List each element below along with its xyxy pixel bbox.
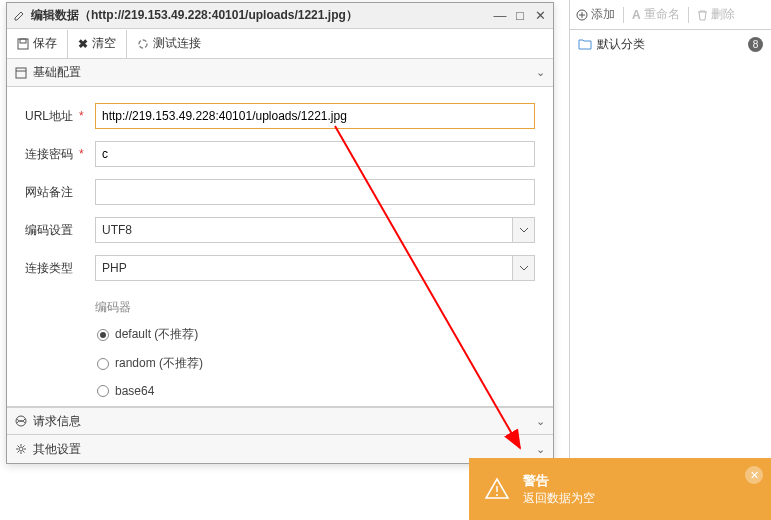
save-button[interactable]: 保存 (7, 30, 68, 58)
close-button[interactable]: ✕ (533, 8, 547, 23)
delete-label: 删除 (711, 6, 735, 23)
section-request-header[interactable]: 请求信息 ⌄ (7, 407, 553, 435)
edit-data-dialog: 编辑数据（http://219.153.49.228:40101/uploads… (6, 2, 554, 464)
dialog-toolbar: 保存 ✖ 清空 测试连接 (7, 29, 553, 59)
warning-icon (483, 475, 511, 503)
encoder-base64-label: base64 (115, 384, 154, 398)
type-label: 连接类型 (25, 260, 95, 277)
maximize-button[interactable]: □ (513, 8, 527, 23)
category-row-default[interactable]: 默认分类 8 (570, 30, 771, 58)
delete-button[interactable]: 删除 (697, 6, 735, 23)
save-icon (17, 38, 29, 50)
minimize-button[interactable]: — (493, 8, 507, 23)
clear-label: 清空 (92, 35, 116, 52)
remark-label: 网站备注 (25, 184, 95, 201)
folder-icon (578, 38, 592, 50)
section-basic-label: 基础配置 (33, 64, 81, 81)
url-label: URL地址* (25, 108, 95, 125)
chevron-down-icon: ⌄ (536, 443, 545, 456)
save-label: 保存 (33, 35, 57, 52)
section-other-label: 其他设置 (33, 441, 81, 458)
toast-close-button[interactable]: ✕ (745, 466, 763, 484)
encoding-select[interactable]: UTF8 (95, 217, 535, 243)
section-request-label: 请求信息 (33, 413, 81, 430)
category-toolbar: 添加 A 重命名 删除 (570, 0, 771, 30)
toast-message: 返回数据为空 (523, 490, 757, 507)
section-basic-header[interactable]: 基础配置 ⌄ (7, 59, 553, 87)
svg-point-9 (496, 494, 498, 496)
remark-input[interactable] (95, 179, 535, 205)
password-input[interactable] (95, 141, 535, 167)
svg-rect-2 (20, 39, 26, 43)
encoder-option-random[interactable]: random (不推荐) (97, 355, 535, 372)
rename-icon: A (632, 8, 641, 22)
test-connection-button[interactable]: 测试连接 (127, 30, 211, 58)
encoding-label: 编码设置 (25, 222, 95, 239)
gear-icon (15, 443, 27, 455)
section-basic-body: URL地址* 连接密码* 网站备注 编码设置 UTF8 连接类型 PHP (7, 87, 553, 407)
add-label: 添加 (591, 6, 615, 23)
count-badge: 8 (748, 37, 763, 52)
radio-icon (97, 329, 109, 341)
radio-icon (97, 385, 109, 397)
url-input[interactable] (95, 103, 535, 129)
spinner-icon (137, 38, 149, 50)
edit-icon (13, 9, 26, 22)
toast-title: 警告 (523, 472, 757, 490)
toolbar-separator (623, 7, 624, 23)
toolbar-separator (688, 7, 689, 23)
encoder-option-base64[interactable]: base64 (97, 384, 535, 398)
encoder-default-label: default (不推荐) (115, 326, 198, 343)
chevron-down-icon: ⌄ (536, 415, 545, 428)
encoder-random-label: random (不推荐) (115, 355, 203, 372)
password-label: 连接密码* (25, 146, 95, 163)
dialog-titlebar[interactable]: 编辑数据（http://219.153.49.228:40101/uploads… (7, 3, 553, 29)
svg-rect-4 (16, 68, 26, 78)
request-icon (15, 415, 27, 427)
trash-icon (697, 9, 708, 21)
chevron-down-icon: ⌄ (536, 66, 545, 79)
plus-icon (576, 9, 588, 21)
clear-button[interactable]: ✖ 清空 (68, 30, 127, 58)
test-label: 测试连接 (153, 35, 201, 52)
svg-point-3 (139, 40, 147, 48)
encoder-option-default[interactable]: default (不推荐) (97, 326, 535, 343)
warning-toast: 警告 返回数据为空 ✕ (469, 458, 771, 520)
encoder-group-label: 编码器 (95, 299, 535, 316)
category-label: 默认分类 (597, 36, 645, 53)
dialog-title: 编辑数据（http://219.153.49.228:40101/uploads… (31, 7, 358, 24)
config-icon (15, 67, 27, 79)
add-button[interactable]: 添加 (576, 6, 615, 23)
category-panel: 添加 A 重命名 删除 默认分类 8 (569, 0, 771, 520)
clear-icon: ✖ (78, 37, 88, 51)
type-select[interactable]: PHP (95, 255, 535, 281)
radio-icon (97, 358, 109, 370)
rename-button[interactable]: A 重命名 (632, 6, 680, 23)
chevron-down-icon (512, 256, 534, 280)
svg-point-6 (19, 447, 23, 451)
rename-label: 重命名 (644, 6, 680, 23)
chevron-down-icon (512, 218, 534, 242)
type-value: PHP (102, 261, 127, 275)
encoding-value: UTF8 (102, 223, 132, 237)
